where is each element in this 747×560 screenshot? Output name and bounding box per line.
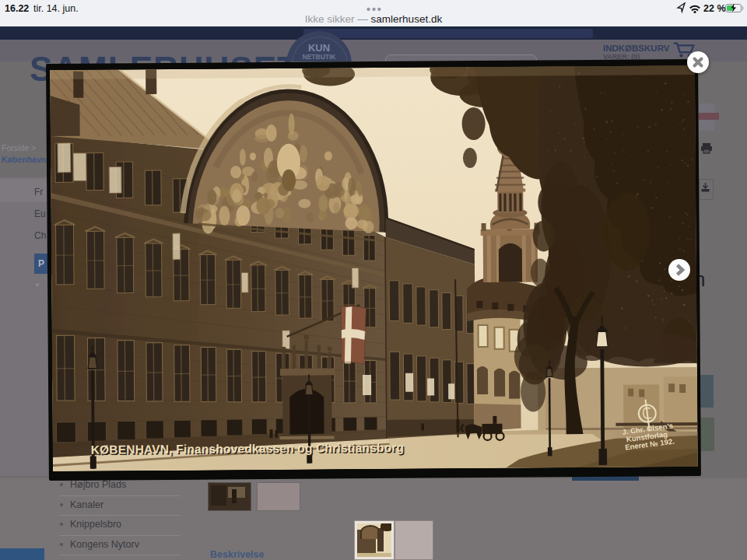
svg-text:22 %: 22 % xyxy=(703,3,726,14)
svg-text:KØBENHAVN, Finanshovedkassen o: KØBENHAVN, Finanshovedkassen og Christia… xyxy=(91,441,405,457)
